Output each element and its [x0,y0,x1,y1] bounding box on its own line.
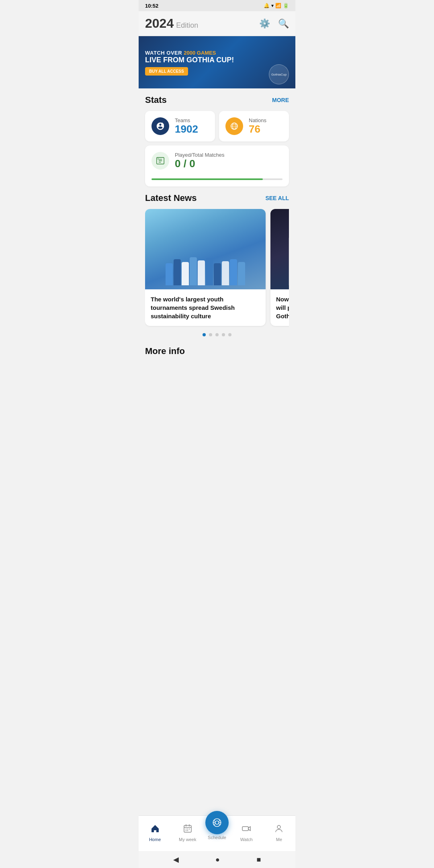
matches-progress-fill [151,178,263,180]
wifi-icon: ▾ [271,3,274,8]
battery-icon: 🔋 [283,3,289,8]
svg-rect-6 [158,158,159,160]
nations-label: Nations [249,117,266,123]
stats-more-button[interactable]: MORE [272,97,289,103]
search-icon[interactable]: 🔍 [278,18,289,29]
matches-row: Played/Total Matches 0 / 0 [151,152,225,170]
matches-info: Played/Total Matches 0 / 0 [175,152,225,170]
news-card-2[interactable]: Now the team will play in Gothia Cup... [270,209,289,326]
carousel-dot-5[interactable] [228,333,231,336]
stats-header: Stats MORE [145,95,289,105]
banner-watch-text: WATCH OVER 2000 GAMES [145,49,289,56]
teams-label: Teams [175,117,198,123]
news-people-illustration [145,209,266,289]
stats-grid: Teams 1902 Nations 76 [145,111,289,141]
news-title-1: The world's largest youth tournaments sp… [151,295,260,320]
matches-label: Played/Total Matches [175,152,225,158]
nations-stat-card: Nations 76 [219,111,289,141]
news-image-1 [145,209,266,289]
teams-info: Teams 1902 [175,117,198,135]
news-image-2 [270,209,289,289]
status-time: 10:52 [145,3,158,9]
matches-stat-card: Played/Total Matches 0 / 0 [145,145,289,186]
carousel-dot-4[interactable] [222,333,225,336]
matches-progress-container [151,178,283,180]
news-body-1: The world's largest youth tournaments sp… [145,289,266,326]
banner: WATCH OVER 2000 GAMES LIVE FROM GOTHIA C… [139,36,295,88]
more-info-section: More info [139,343,295,397]
banner-watch-label: WATCH OVER [145,50,184,56]
notification-icon: 🔔 [264,3,270,8]
carousel-dot-3[interactable] [215,333,219,336]
news-title: Latest News [145,193,197,203]
nations-value: 76 [249,123,266,135]
banner-text-block: WATCH OVER 2000 GAMES LIVE FROM GOTHIA C… [145,49,289,76]
news-title-2: Now the team will play in Gothia Cup... [276,295,289,320]
carousel-dot-2[interactable] [209,333,212,336]
news-scroll[interactable]: The world's largest youth tournaments sp… [145,209,289,328]
carousel-dot-1[interactable] [203,333,206,336]
nations-icon [225,117,243,135]
nations-info: Nations 76 [249,117,266,135]
matches-value: 0 / 0 [175,158,225,170]
header: 2024 Edition ⚙️ 🔍 [139,11,295,36]
carousel-dots [145,333,289,336]
header-title: 2024 Edition [145,16,198,31]
settings-icon[interactable]: ⚙️ [259,18,270,29]
banner-games-label: 2000 GAMES [184,50,216,56]
news-card-1[interactable]: The world's largest youth tournaments sp… [145,209,266,326]
news-see-all-button[interactable]: SEE ALL [265,195,289,201]
stats-section: Stats MORE Teams 1902 [139,88,295,193]
header-year: 2024 [145,16,174,31]
signal-icon: 📶 [275,3,281,8]
teams-stat-card: Teams 1902 [145,111,215,141]
stats-title: Stats [145,95,167,105]
banner-buy-button[interactable]: BUY ALL ACCESS [145,67,188,76]
more-info-title: More info [145,346,185,356]
news-section: Latest News SEE ALL Th [139,193,295,343]
news-header: Latest News SEE ALL [145,193,289,203]
teams-icon [151,117,169,135]
matches-icon [151,152,169,170]
status-icons: 🔔 ▾ 📶 🔋 [264,3,289,8]
status-bar: 10:52 🔔 ▾ 📶 🔋 [139,0,295,11]
news-body-2: Now the team will play in Gothia Cup... [270,289,289,326]
banner-live-text: LIVE FROM GOTHIA CUP! [145,56,289,64]
teams-value: 1902 [175,123,198,135]
header-edition: Edition [176,21,198,30]
header-icons: ⚙️ 🔍 [259,18,289,29]
